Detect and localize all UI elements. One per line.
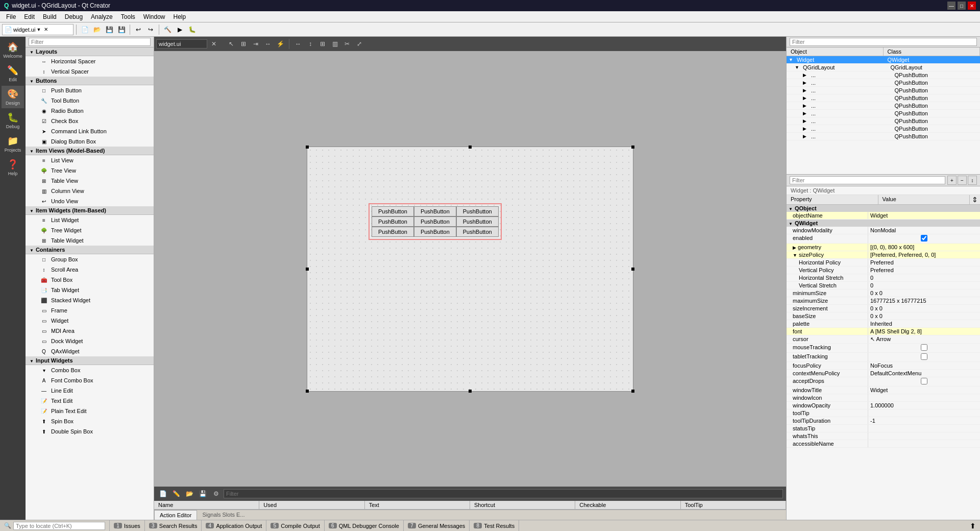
widget-item-tool-box[interactable]: 🧰 Tool Box <box>26 275 154 285</box>
undo-button[interactable]: ↩ <box>133 24 144 35</box>
resize-handle-mr[interactable] <box>631 268 634 271</box>
prop-row-cursor[interactable]: cursor ↖ Arrow <box>787 335 980 344</box>
prop-val-geometry[interactable]: [(0, 0), 800 x 600] <box>868 244 980 251</box>
prop-val-font[interactable]: A [MS Shell Dlg 2, 8] <box>868 328 980 335</box>
menu-file[interactable]: File <box>2 12 20 21</box>
menu-window[interactable]: Window <box>139 12 169 21</box>
acceptdrops-checkbox[interactable] <box>870 378 978 384</box>
pushbutton-1-1[interactable]: PushButton <box>372 206 414 216</box>
prop-val-vpolicy[interactable]: Preferred <box>868 267 980 274</box>
widget-item-undo-view[interactable]: ↩ Undo View <box>26 196 154 206</box>
widget-item-tree-view[interactable]: 🌳 Tree View <box>26 165 154 176</box>
sort-property-button[interactable]: ↕ <box>968 176 977 185</box>
category-layouts[interactable]: Layouts <box>26 47 154 56</box>
action-filter-input[interactable] <box>224 489 783 498</box>
enabled-checkbox[interactable] <box>870 235 978 242</box>
statusbar-qml-debugger[interactable]: 6 QML Debugger Console <box>325 520 404 531</box>
pushbutton-1-3[interactable]: PushButton <box>456 206 499 216</box>
prop-val-cursor[interactable]: ↖ Arrow <box>868 335 980 343</box>
widget-item-vertical-spacer[interactable]: ↕ Vertical Spacer <box>26 66 154 77</box>
menu-tools[interactable]: Tools <box>117 12 139 21</box>
prop-row-tooltip[interactable]: toolTip <box>787 409 980 417</box>
maximize-button[interactable]: □ <box>958 2 966 10</box>
prop-row-vstretch[interactable]: Vertical Stretch 0 <box>787 282 980 289</box>
resize-handle-tl[interactable] <box>306 146 309 149</box>
widget-item-command-link-button[interactable]: ➤ Command Link Button <box>26 126 154 136</box>
prop-val-sizepolicy[interactable]: [Preferred, Preferred, 0, 0] <box>868 251 980 258</box>
sidebar-debug[interactable]: 🐛 Debug <box>2 109 24 132</box>
prop-row-hpolicy[interactable]: Horizontal Policy Preferred <box>787 259 980 267</box>
build-button[interactable]: 🔨 <box>162 24 173 35</box>
prop-val-basesize[interactable]: 0 x 0 <box>868 312 980 320</box>
adjust-size-button[interactable]: ⤢ <box>354 38 365 50</box>
prop-row-maximumsize[interactable]: maximumSize 16777215 x 16777215 <box>787 297 980 305</box>
widget-item-table-widget[interactable]: ⊞ Table Widget <box>26 235 154 246</box>
pushbutton-2-3[interactable]: PushButton <box>456 216 499 227</box>
statusbar-app-output[interactable]: 4 Application Output <box>202 520 266 531</box>
prop-val-hstretch[interactable]: 0 <box>868 274 980 281</box>
resize-handle-br[interactable] <box>631 390 634 393</box>
prop-row-sizeincrement[interactable]: sizeIncrement 0 x 0 <box>787 305 980 312</box>
widget-item-tree-widget[interactable]: 🌳 Tree Widget <box>26 225 154 235</box>
save-all-button[interactable]: 💾 <box>116 24 127 35</box>
prop-row-windowopacity[interactable]: windowOpacity 1.000000 <box>787 402 980 409</box>
remove-property-button[interactable]: − <box>958 176 967 185</box>
prop-row-focuspolicy[interactable]: focusPolicy NoFocus <box>787 362 980 370</box>
menu-debug[interactable]: Debug <box>61 12 87 21</box>
pushbutton-3-3[interactable]: PushButton <box>456 227 499 237</box>
prop-row-vpolicy[interactable]: Vertical Policy Preferred <box>787 267 980 274</box>
prop-row-tablettracking[interactable]: tabletTracking <box>787 353 980 362</box>
prop-row-enabled[interactable]: enabled <box>787 234 980 244</box>
layout-v-button[interactable]: ↕ <box>305 38 316 50</box>
tablettracking-checkbox[interactable] <box>870 353 978 360</box>
widget-filter-input[interactable] <box>29 38 151 46</box>
widget-item-table-view[interactable]: ⊞ Table View <box>26 176 154 186</box>
prop-row-tooltipduration[interactable]: toolTipDuration -1 <box>787 417 980 425</box>
sidebar-edit[interactable]: ✏️ Edit <box>2 62 24 85</box>
widget-item-frame[interactable]: ▭ Frame <box>26 305 154 316</box>
obj-row-pushbutton-6[interactable]: ▶ ... QPushButton <box>787 110 980 117</box>
menu-build[interactable]: Build <box>39 12 61 21</box>
col-resize-handle[interactable]: ⇕ <box>970 195 980 204</box>
prop-val-accessiblename[interactable] <box>868 440 980 447</box>
menu-edit[interactable]: Edit <box>20 12 39 21</box>
widget-item-column-view[interactable]: ▥ Column View <box>26 186 154 196</box>
prop-row-sizepolicy[interactable]: ▼ sizePolicy [Preferred, Preferred, 0, 0… <box>787 251 980 259</box>
prop-val-windowicon[interactable] <box>868 394 980 401</box>
widget-item-dock-widget[interactable]: ▭ Dock Widget <box>26 336 154 346</box>
prop-val-enabled[interactable] <box>868 234 980 243</box>
prop-val-palette[interactable]: Inherited <box>868 320 980 327</box>
category-containers[interactable]: Containers <box>26 246 154 254</box>
widget-item-list-widget[interactable]: ≡ List Widget <box>26 215 154 225</box>
pushbutton-2-2[interactable]: PushButton <box>414 216 456 227</box>
widget-item-scroll-area[interactable]: ↕ Scroll Area <box>26 264 154 275</box>
prop-row-basesize[interactable]: baseSize 0 x 0 <box>787 312 980 320</box>
prop-row-geometry[interactable]: ▶ geometry [(0, 0), 800 x 600] <box>787 244 980 251</box>
widget-item-qaxwidget[interactable]: Q QAxWidget <box>26 346 154 356</box>
obj-row-pushbutton-3[interactable]: ▶ ... QPushButton <box>787 87 980 94</box>
file-close-icon[interactable]: ✕ <box>44 27 48 32</box>
obj-row-pushbutton-2[interactable]: ▶ ... QPushButton <box>787 79 980 87</box>
geometry-expand-icon[interactable]: ▶ <box>793 245 796 250</box>
sidebar-help[interactable]: ❓ Help <box>2 156 24 179</box>
pushbutton-3-1[interactable]: PushButton <box>372 227 414 237</box>
prop-val-hpolicy[interactable]: Preferred <box>868 259 980 266</box>
action-open-button[interactable]: 📂 <box>184 488 195 499</box>
layout-h-button[interactable]: ↔ <box>292 38 304 50</box>
prop-row-minimumsize[interactable]: minimumSize 0 x 0 <box>787 289 980 297</box>
prop-val-acceptdrops[interactable] <box>868 377 980 386</box>
edit-widgets-button[interactable]: ↖ <box>226 38 237 50</box>
action-edit-button[interactable]: ✏️ <box>170 488 182 499</box>
widget-item-list-view[interactable]: ≡ List View <box>26 155 154 165</box>
prop-group-qwidget[interactable]: QWidget <box>787 220 980 227</box>
widget-item-tab-widget[interactable]: 📑 Tab Widget <box>26 285 154 295</box>
prop-row-font[interactable]: font A [MS Shell Dlg 2, 8] <box>787 328 980 335</box>
prop-row-windowtitle[interactable]: windowTitle Widget <box>787 387 980 394</box>
design-close-button[interactable]: ✕ <box>208 38 219 50</box>
prop-val-statustip[interactable] <box>868 425 980 432</box>
widget-item-widget[interactable]: ▭ Widget <box>26 316 154 326</box>
property-filter-input[interactable] <box>790 176 945 184</box>
prop-val-windowopacity[interactable]: 1.000000 <box>868 402 980 409</box>
prop-val-tooltip[interactable] <box>868 409 980 417</box>
prop-row-windowmodality[interactable]: windowModality NonModal <box>787 227 980 234</box>
